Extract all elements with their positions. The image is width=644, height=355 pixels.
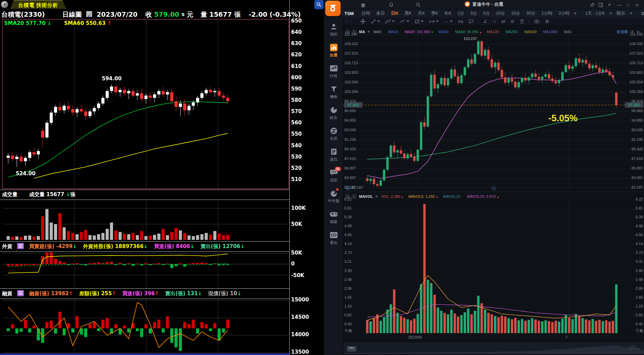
pin-icon[interactable] [589, 1, 595, 8]
indicator-item[interactable]: MAVOL10: [443, 194, 462, 199]
period-tab-5分[interactable]: 5分 [483, 11, 490, 16]
period-tab-30分[interactable]: 30分 [526, 11, 535, 16]
event-marker[interactable]: ◎ [492, 186, 496, 190]
chart-navigator[interactable]: ••• ←→ [343, 343, 644, 354]
sidebar-item-牛牛圈[interactable]: 牛牛圈 [324, 187, 343, 207]
period-tab-多日[interactable]: 多日 [376, 11, 385, 16]
sidebar-item-資訊[interactable]: 資訊 [324, 145, 343, 165]
period-tab-分時[interactable]: 分時 [361, 11, 370, 16]
continuous-draw-icon[interactable]: ⇄ [502, 19, 505, 24]
margin-title: 融資 [2, 290, 12, 297]
collapse-icon[interactable] [606, 1, 613, 8]
tw-volume-chart[interactable] [3, 200, 289, 241]
period-tab-年K[interactable]: 年K [444, 11, 452, 16]
volume-axis-label: 3.73 [344, 250, 352, 255]
user-icon [324, 22, 343, 31]
period-tab-3分[interactable]: 3分 [470, 11, 477, 16]
tab-technical-analysis[interactable]: 台積電 技術分析 [10, 0, 66, 9]
indicator-close-icon[interactable]: ✕ [352, 194, 356, 199]
delete-drawings-icon[interactable] [520, 19, 524, 24]
tw-candlestick-chart[interactable]: 594.00524.00 [3, 19, 289, 189]
sma60-value: 550.63 [86, 20, 106, 26]
maximize-icon[interactable]: □ [625, 1, 632, 8]
sidebar-item-行情[interactable]: 行情 [324, 62, 343, 82]
text-tool-icon[interactable]: Aa [458, 19, 463, 24]
sidebar-item-自選[interactable]: 自選 [324, 41, 343, 61]
bell-icon[interactable] [388, 1, 395, 8]
tw-foreign-chart[interactable] [3, 252, 289, 288]
arrow-tool-icon[interactable]: ← [444, 19, 453, 24]
period-label[interactable]: 日線圖 [63, 11, 82, 18]
market-icon [324, 64, 343, 73]
period-tab-周K[interactable]: 周K [405, 11, 412, 16]
pattern-tool-icon[interactable] [415, 19, 424, 24]
period-tab-月K[interactable]: 月K [418, 11, 425, 16]
close-icon[interactable]: × [634, 1, 641, 8]
magnet-tool-icon[interactable]: ∩ [493, 19, 496, 24]
display-menu[interactable]: 顯示 [617, 11, 625, 16]
change-value: -2.00 (-0.34%) [249, 11, 301, 18]
comment-tool-icon[interactable] [469, 19, 474, 24]
margin-field: 賣出(張) 131↓ [165, 290, 202, 297]
sidebar-item-機會[interactable]: 機會 [324, 83, 343, 103]
search-icon[interactable] [314, 0, 324, 9]
futu-candlestick-chart[interactable] [343, 32, 644, 190]
futu-volume-chart[interactable] [343, 202, 644, 335]
price-axis-label: 570 [291, 108, 322, 114]
period-tab-15分[interactable]: 15分 [511, 11, 520, 16]
menu-icon[interactable] [17, 290, 24, 296]
symbol-tab[interactable]: TSM [344, 11, 354, 16]
layout-grid-icon[interactable]: ▦ [360, 1, 367, 8]
sidebar-item-label: 交易 [324, 136, 343, 141]
price-axis-label: 610 [291, 63, 322, 69]
margin-field: 現償(張) 10↓ [208, 290, 241, 297]
price-axis-label: 510 [291, 176, 322, 182]
chart-history-controls[interactable]: ↺⊖ [630, 29, 643, 35]
angle-tool-icon[interactable]: ∠ [483, 19, 488, 24]
price-axis-label: 94.855 [631, 118, 643, 122]
futu-bull-logo[interactable] [325, 1, 341, 16]
settings-gear-icon[interactable]: ⚙ [641, 11, 644, 16]
polyline-tool-icon[interactable] [385, 19, 395, 24]
checkbox-icon[interactable]: ✓ [86, 11, 92, 17]
sidebar-item-交易[interactable]: 交易 [324, 124, 343, 144]
indicator-item[interactable]: MAVOL20: 0.973 ▲ [467, 194, 499, 199]
price-axis-label: 93.045 [344, 128, 356, 132]
indicator-item[interactable]: VOL: 2.280 ▲ [381, 194, 404, 199]
tw-margin-chart[interactable] [3, 299, 289, 354]
search-icon[interactable] [415, 1, 422, 8]
period-tab-1小時[interactable]: 1小時 [542, 11, 552, 16]
panels-icon[interactable] [597, 1, 604, 8]
kline-setting[interactable]: 1天 : 1分K [585, 11, 605, 16]
price-axis-label: 105.713 [629, 61, 643, 65]
volume-section-header: 成交量 成交量 15677 ↓張 [0, 190, 289, 200]
sidebar-item-組合[interactable]: 組合 [324, 104, 343, 123]
price-axis-label: 600 [291, 74, 322, 81]
navigator-more-button[interactable]: ••• [347, 346, 356, 352]
sidebar-item-消息[interactable]: 消息31 [324, 166, 343, 186]
overlay-compare-icon[interactable] [534, 19, 540, 24]
sidebar-item-我的[interactable]: 我的 [324, 20, 343, 40]
sidebar-item-模擬[interactable]: 模擬 [324, 208, 343, 228]
period-tab-10分[interactable]: 10分 [496, 11, 505, 16]
sidebar-item-量化[interactable]: 量化 [324, 229, 343, 248]
trendline-tool-icon[interactable] [371, 19, 380, 24]
wave-tool-icon[interactable] [400, 19, 409, 24]
hide-drawings-icon[interactable]: ⊘ [511, 19, 515, 24]
pane-divider[interactable] [343, 192, 644, 192]
mavol-name[interactable]: MAVOL [359, 194, 373, 199]
period-tab-日K[interactable]: 日K [391, 11, 398, 16]
period-tab-季K[interactable]: 季K [431, 11, 438, 16]
drag-handle[interactable]: ⋮⋮ [345, 19, 355, 24]
indicator-item[interactable]: MAVOL5: 1.292 ▲ [408, 194, 438, 199]
measure-tool-icon[interactable] [429, 19, 439, 24]
window-menu-button[interactable]: ▼ [1, 1, 8, 8]
period-tab-1分[interactable]: 1分 [457, 11, 464, 16]
toolbar-settings-icon[interactable]: ⚙ [545, 19, 549, 24]
move-tool-icon[interactable] [360, 19, 366, 24]
sma20-arrow: ↓ [47, 20, 52, 26]
menu-icon[interactable] [17, 243, 24, 249]
navigator-arrows[interactable]: ←→ [629, 346, 642, 351]
minimize-icon[interactable]: — [616, 1, 623, 8]
period-tab-2小時[interactable]: 2小時 [559, 11, 570, 16]
